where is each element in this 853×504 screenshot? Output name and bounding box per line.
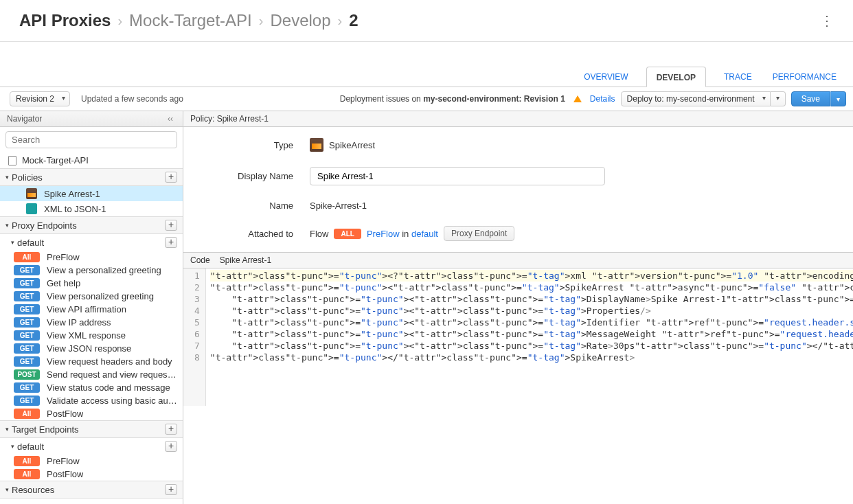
more-menu-icon[interactable]: ⋮ bbox=[815, 10, 839, 32]
flow-item[interactable]: GETValidate access using basic aut… bbox=[0, 394, 183, 407]
flow-item[interactable]: GETView XML response bbox=[0, 329, 183, 342]
display-name-label: Display Name bbox=[225, 171, 293, 181]
attached-to-label: Attached to bbox=[225, 229, 293, 239]
flow-item[interactable]: AllPreFlow bbox=[0, 455, 183, 468]
save-dropdown-button[interactable]: ▾ bbox=[830, 91, 846, 106]
http-method-badge: GET bbox=[14, 304, 40, 314]
type-value: SpikeArrest bbox=[329, 140, 375, 150]
flow-label: PreFlow bbox=[47, 252, 80, 262]
deploy-to-select[interactable]: Deploy to: my-second-environment bbox=[621, 91, 771, 106]
flow-item[interactable]: AllPostFlow bbox=[0, 407, 183, 420]
add-target-flow-button[interactable]: + bbox=[165, 441, 177, 452]
breadcrumb-view[interactable]: Develop bbox=[270, 11, 330, 30]
http-method-badge: GET bbox=[14, 343, 40, 354]
add-policy-button[interactable]: + bbox=[165, 172, 177, 183]
add-proxy-endpoint-button[interactable]: + bbox=[165, 220, 177, 231]
http-method-badge: GET bbox=[14, 382, 40, 393]
last-updated-text: Updated a few seconds ago bbox=[81, 94, 183, 104]
code-name: Spike Arrest-1 bbox=[220, 255, 271, 265]
proxy-endpoint-button[interactable]: Proxy Endpoint bbox=[444, 226, 514, 241]
navigator-target-default[interactable]: ▾default + bbox=[0, 438, 183, 455]
deploy-to-caret[interactable]: ▾ bbox=[771, 91, 786, 106]
http-method-badge: GET bbox=[14, 291, 40, 301]
deployment-details-link[interactable]: Details bbox=[590, 94, 615, 104]
flow-label: Send request and view request… bbox=[47, 369, 177, 380]
navigator-section-target-endpoints[interactable]: ▾Target Endpoints + bbox=[0, 420, 183, 438]
flow-item[interactable]: GETView request headers and body bbox=[0, 355, 183, 368]
flow-item[interactable]: GETView API affirmation bbox=[0, 303, 183, 316]
http-method-badge: GET bbox=[14, 317, 40, 328]
revision-select[interactable]: Revision 2 bbox=[10, 91, 70, 106]
triangle-down-icon: ▾ bbox=[5, 222, 9, 229]
page-tabs: OVERVIEW DEVELOP TRACE PERFORMANCE bbox=[0, 62, 853, 87]
breadcrumb-proxy[interactable]: Mock-Target-API bbox=[129, 11, 252, 30]
triangle-down-icon: ▾ bbox=[5, 486, 9, 493]
flow-item[interactable]: AllPreFlow bbox=[0, 251, 183, 264]
attached-all-badge: ALL bbox=[334, 229, 361, 239]
attached-default-link[interactable]: default bbox=[411, 229, 438, 239]
tab-performance[interactable]: PERFORMANCE bbox=[770, 67, 839, 87]
triangle-down-icon: ▾ bbox=[5, 426, 9, 433]
collapse-navigator-icon[interactable]: ‹‹ bbox=[165, 114, 176, 124]
flow-label: View a personalized greeting bbox=[47, 265, 161, 275]
navigator-section-resources[interactable]: ▾Resources + bbox=[0, 481, 183, 499]
add-resource-button[interactable]: + bbox=[165, 484, 177, 495]
navigator-root[interactable]: Mock-Target-API bbox=[0, 152, 183, 168]
navigator-panel: Navigator ‹‹ Mock-Target-API ▾Policies +… bbox=[0, 111, 183, 504]
http-method-badge: GET bbox=[14, 356, 40, 367]
flow-label: PostFlow bbox=[47, 469, 83, 479]
flow-item[interactable]: POSTSend request and view request… bbox=[0, 368, 183, 381]
policy-form: Type SpikeArrest Display Name Name Spike… bbox=[183, 127, 853, 252]
flow-label: View API affirmation bbox=[47, 304, 126, 314]
spike-arrest-icon bbox=[310, 138, 323, 152]
policy-panel-title: Policy: Spike Arrest-1 bbox=[190, 114, 269, 124]
flow-label: Validate access using basic aut… bbox=[47, 396, 177, 406]
deployment-issue-text: Deployment issues on my-second-environme… bbox=[340, 94, 565, 104]
navigator-section-proxy-endpoints[interactable]: ▾Proxy Endpoints + bbox=[0, 216, 183, 234]
flow-label: View JSON response bbox=[47, 343, 131, 354]
triangle-down-icon: ▾ bbox=[11, 239, 14, 246]
http-method-badge: GET bbox=[14, 330, 40, 341]
display-name-input[interactable] bbox=[310, 167, 605, 185]
flow-item[interactable]: AllPostFlow bbox=[0, 468, 183, 481]
flow-label: Get help bbox=[47, 278, 80, 288]
tab-trace[interactable]: TRACE bbox=[721, 67, 755, 87]
spike-arrest-icon bbox=[26, 188, 37, 199]
triangle-down-icon: ▾ bbox=[11, 443, 14, 450]
flow-item[interactable]: GETView JSON response bbox=[0, 342, 183, 355]
code-editor[interactable]: 12345678 "t-attr">class"t-punc">="t-punc… bbox=[183, 268, 853, 406]
flow-item[interactable]: GETGet help bbox=[0, 277, 183, 290]
flow-item[interactable]: GETView personalized greeting bbox=[0, 290, 183, 303]
http-method-badge: All bbox=[14, 469, 40, 479]
breadcrumb-revision: 2 bbox=[349, 11, 358, 30]
navigator-search-input[interactable] bbox=[5, 131, 177, 148]
flow-item[interactable]: GETView status code and message bbox=[0, 381, 183, 394]
flow-item[interactable]: GETView a personalized greeting bbox=[0, 264, 183, 277]
http-method-badge: All bbox=[14, 456, 40, 466]
flow-item[interactable]: GETView IP address bbox=[0, 316, 183, 329]
name-label: Name bbox=[225, 201, 293, 211]
navigator-proxy-default[interactable]: ▾default + bbox=[0, 234, 183, 251]
navigator-section-policies[interactable]: ▾Policies + bbox=[0, 168, 183, 186]
navigator-policy-xml-to-json[interactable]: XML to JSON-1 bbox=[0, 201, 183, 216]
triangle-down-icon: ▾ bbox=[5, 174, 9, 181]
flow-label: PreFlow bbox=[47, 456, 80, 466]
add-proxy-flow-button[interactable]: + bbox=[165, 237, 177, 248]
http-method-badge: GET bbox=[14, 278, 40, 288]
http-method-badge: All bbox=[14, 252, 40, 262]
navigator-title: Navigator bbox=[7, 114, 42, 124]
xml-to-json-icon bbox=[26, 203, 37, 214]
add-target-endpoint-button[interactable]: + bbox=[165, 424, 177, 435]
name-value: Spike-Arrest-1 bbox=[310, 201, 367, 211]
http-method-badge: All bbox=[14, 409, 40, 419]
warning-icon bbox=[573, 95, 582, 102]
tab-develop[interactable]: DEVELOP bbox=[646, 67, 706, 87]
breadcrumb-root[interactable]: API Proxies bbox=[19, 11, 111, 30]
proxy-file-icon bbox=[8, 156, 16, 165]
tab-overview[interactable]: OVERVIEW bbox=[581, 67, 630, 87]
save-button[interactable]: Save bbox=[791, 91, 830, 106]
attached-preflow-link[interactable]: PreFlow bbox=[367, 229, 400, 239]
navigator-policy-spike-arrest[interactable]: Spike Arrest-1 bbox=[0, 186, 183, 201]
breadcrumb: API Proxies › Mock-Target-API › Develop … bbox=[19, 11, 359, 30]
flow-label: View request headers and body bbox=[47, 356, 172, 367]
